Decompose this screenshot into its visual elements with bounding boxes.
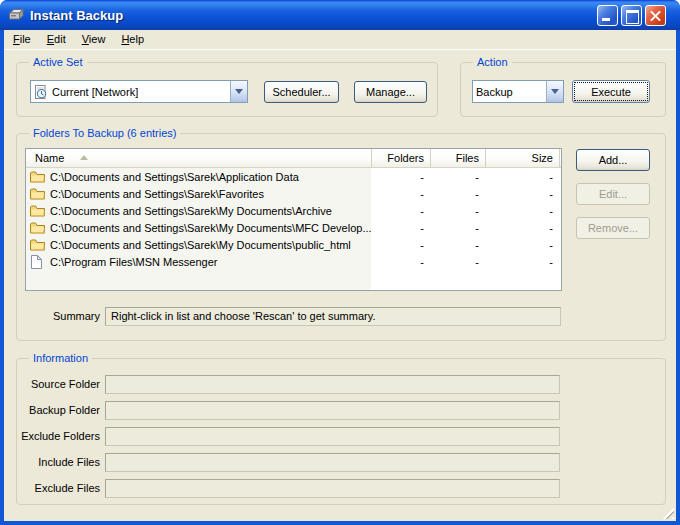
window-controls — [594, 5, 666, 26]
summary-field: Right-click in list and choose 'Rescan' … — [105, 307, 561, 326]
action-group-label: Action — [473, 56, 512, 68]
chevron-down-icon — [551, 89, 559, 94]
menu-bar: File Edit View Help — [4, 30, 676, 50]
action-combo-value: Backup — [476, 86, 513, 98]
cell-size: - — [486, 171, 560, 183]
exclude-folders-field — [105, 427, 560, 446]
cell-name: C:\Documents and Settings\Sarek\Applicat… — [26, 170, 372, 184]
cell-name: C:\Documents and Settings\Sarek\Favorite… — [26, 187, 372, 201]
folder-icon — [30, 238, 46, 252]
window-title: Instant Backup — [30, 8, 123, 23]
edit-button[interactable]: Edit... — [576, 183, 650, 205]
exclude-files-field — [105, 479, 560, 498]
minimize-button[interactable] — [597, 5, 618, 26]
cell-size: - — [486, 239, 560, 251]
cell-folders: - — [372, 222, 431, 234]
cell-folders: - — [372, 205, 431, 217]
action-combo[interactable]: Backup — [472, 80, 564, 103]
table-row[interactable]: C:\Documents and Settings\Sarek\Applicat… — [26, 168, 561, 185]
active-set-group-label: Active Set — [29, 56, 87, 68]
folder-path: C:\Documents and Settings\Sarek\My Docum… — [50, 205, 332, 217]
table-row[interactable]: C:\Documents and Settings\Sarek\Favorite… — [26, 185, 561, 202]
information-group-label: Information — [29, 352, 92, 364]
folder-icon — [30, 170, 46, 184]
folder-list-rows[interactable]: C:\Documents and Settings\Sarek\Applicat… — [26, 168, 561, 290]
cell-size: - — [486, 188, 560, 200]
include-files-field — [105, 453, 560, 472]
folder-path: C:\Documents and Settings\Sarek\My Docum… — [50, 239, 351, 251]
folders-group-label: Folders To Backup (6 entries) — [29, 127, 180, 139]
cell-files: - — [431, 205, 486, 217]
cell-files: - — [431, 171, 486, 183]
source-folder-label: Source Folder — [12, 378, 100, 390]
cell-size: - — [486, 222, 560, 234]
cell-files: - — [431, 188, 486, 200]
exclude-files-label: Exclude Files — [12, 482, 100, 494]
cell-name: C:\Documents and Settings\Sarek\My Docum… — [26, 204, 372, 218]
cell-files: - — [431, 256, 486, 268]
cell-folders: - — [372, 171, 431, 183]
cell-folders: - — [372, 256, 431, 268]
folder-path: C:\Documents and Settings\Sarek\Applicat… — [50, 171, 299, 183]
table-row[interactable]: C:\Program Files\MSN Messenger--- — [26, 253, 561, 270]
list-header: Name Folders Files Size — [26, 149, 561, 168]
menu-edit[interactable]: Edit — [39, 30, 74, 49]
folder-path: C:\Documents and Settings\Sarek\Favorite… — [50, 188, 264, 200]
cell-name: C:\Documents and Settings\Sarek\My Docum… — [26, 221, 372, 235]
cell-folders: - — [372, 239, 431, 251]
cell-folders: - — [372, 188, 431, 200]
column-header-folders[interactable]: Folders — [372, 149, 431, 167]
table-row[interactable]: C:\Documents and Settings\Sarek\My Docum… — [26, 219, 561, 236]
menu-help[interactable]: Help — [113, 30, 152, 49]
add-button[interactable]: Add... — [576, 149, 650, 171]
manage-button[interactable]: Manage... — [354, 81, 427, 103]
titlebar[interactable]: Instant Backup — [0, 0, 680, 30]
table-row[interactable]: C:\Documents and Settings\Sarek\My Docum… — [26, 202, 561, 219]
menu-view[interactable]: View — [74, 30, 114, 49]
cell-files: - — [431, 239, 486, 251]
folder-icon — [30, 204, 46, 218]
folder-path: C:\Program Files\MSN Messenger — [50, 256, 218, 268]
action-combo-dropdown[interactable] — [546, 81, 563, 102]
cell-size: - — [486, 256, 560, 268]
cell-name: C:\Documents and Settings\Sarek\My Docum… — [26, 238, 372, 252]
table-row[interactable]: C:\Documents and Settings\Sarek\My Docum… — [26, 236, 561, 253]
folders-list[interactable]: Name Folders Files Size C:\Documents and… — [25, 148, 562, 291]
cell-files: - — [431, 222, 486, 234]
menu-file[interactable]: File — [5, 30, 39, 49]
exclude-folders-label: Exclude Folders — [12, 430, 100, 442]
app-window: Instant Backup File Edit View Help Activ… — [0, 0, 680, 525]
active-set-combo[interactable]: Current [Network] — [30, 80, 248, 103]
sort-ascending-icon — [80, 155, 88, 160]
column-header-name[interactable]: Name — [26, 149, 372, 167]
backup-folder-field — [105, 401, 560, 420]
close-button[interactable] — [645, 5, 666, 26]
cell-name: C:\Program Files\MSN Messenger — [26, 255, 372, 269]
app-drive-icon — [7, 8, 25, 23]
backup-folder-label: Backup Folder — [12, 404, 100, 416]
file-icon — [30, 255, 46, 269]
active-set-combo-value: Current [Network] — [52, 86, 138, 98]
source-folder-field — [105, 375, 560, 394]
folder-icon — [30, 221, 46, 235]
remove-button[interactable]: Remove... — [576, 217, 650, 239]
active-set-combo-dropdown[interactable] — [230, 81, 247, 102]
backup-set-icon — [34, 85, 48, 99]
cell-size: - — [486, 205, 560, 217]
maximize-button[interactable] — [621, 5, 642, 26]
column-header-size[interactable]: Size — [486, 149, 560, 167]
execute-button[interactable]: Execute — [572, 80, 650, 103]
chevron-down-icon — [235, 89, 243, 94]
resize-grip[interactable] — [660, 505, 674, 519]
folder-icon — [30, 187, 46, 201]
scheduler-button[interactable]: Scheduler... — [264, 81, 339, 103]
summary-label: Summary — [12, 310, 100, 322]
column-header-files[interactable]: Files — [431, 149, 486, 167]
include-files-label: Include Files — [12, 456, 100, 468]
folder-path: C:\Documents and Settings\Sarek\My Docum… — [50, 222, 372, 234]
client-area: File Edit View Help Active Set Current [… — [4, 30, 676, 521]
